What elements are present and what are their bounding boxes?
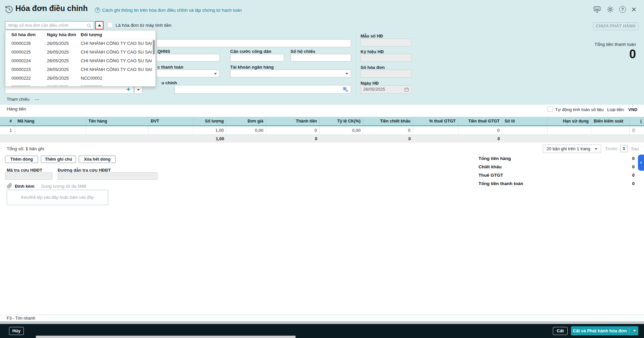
col-header-unit: ĐVT — [148, 117, 193, 125]
dropdown-row[interactable]: 00000224 26/05/2025 CHI NHÁNH CÔNG TY CA… — [5, 57, 155, 65]
col-header-unit-price: Đơn giá — [227, 117, 266, 125]
cell-discount-amount[interactable]: 0 — [363, 126, 413, 135]
cell-plate[interactable] — [591, 126, 630, 135]
cell-invoice-number: 00000222 — [11, 74, 31, 83]
cell-unit[interactable] — [148, 126, 193, 135]
translate-icon[interactable] — [343, 87, 348, 93]
help-link[interactable]: Cách ghi thông tin trên hóa đơn điều chỉ… — [102, 8, 242, 13]
dropdown-row[interactable]: 00000225 26/05/2025 CHI NHÁNH CÔNG TY CA… — [5, 48, 155, 57]
pos-invoice-checkbox[interactable] — [107, 22, 113, 28]
cell-lot[interactable] — [502, 126, 548, 135]
add-row-button[interactable]: Thêm dòng — [5, 156, 38, 163]
adjust-reason-label: u chỉnh — [162, 80, 177, 85]
cell-expiry[interactable] — [548, 126, 591, 135]
col-header-index: # — [7, 117, 15, 125]
help-icon[interactable]: ? — [619, 6, 626, 13]
bank-account-select[interactable] — [230, 70, 351, 77]
form-divider — [356, 32, 356, 97]
col-header-plate: Biển kiểm soát — [591, 117, 630, 125]
lookup-url-input — [58, 172, 157, 180]
cell-item-name[interactable] — [86, 126, 148, 135]
invoice-date-input: 26/05/2025 — [361, 85, 411, 94]
items-section-title: Hàng tiền — [7, 106, 26, 111]
feedback-keyboard-icon[interactable] — [593, 5, 601, 15]
save-and-publish-button[interactable]: Cất và Phát hành hóa đơn — [571, 326, 638, 335]
cell-invoice-date: 26/05/2025 — [47, 83, 69, 87]
caret-up-icon — [98, 24, 101, 26]
invoice-template-input — [361, 38, 411, 47]
gear-icon[interactable] — [606, 6, 614, 14]
calendar-icon[interactable] — [404, 87, 409, 93]
auto-calc-checkbox[interactable] — [548, 106, 553, 112]
next-page-button[interactable]: Sau — [631, 146, 639, 151]
dropdown-row[interactable]: 00000226 26/05/2025 CHI NHÁNH CÔNG TY CA… — [5, 39, 155, 48]
close-icon[interactable]: × — [631, 6, 636, 13]
status-badge: CHƯA PHÁT HÀNH — [593, 22, 638, 30]
cell-amount[interactable]: 0 — [266, 126, 320, 135]
add-note-button[interactable]: Thêm ghi chú — [41, 156, 76, 163]
save-button[interactable]: Cất — [553, 327, 568, 335]
side-panel-toggle[interactable]: ‹ — [638, 155, 644, 171]
summary-label: Thuế GTGT — [478, 173, 503, 178]
summary-value: 0 — [632, 156, 635, 161]
invoice-template-label: Mẫu số HĐ — [361, 33, 383, 38]
dropdown-row[interactable]: 00000222 26/05/2025 NCC00002 — [5, 74, 155, 83]
caret-down-icon[interactable] — [633, 330, 636, 332]
cancel-button[interactable]: Hủy — [9, 327, 24, 335]
footer-divider-strip — [0, 321, 644, 324]
cell-vat-rate[interactable] — [413, 126, 458, 135]
save-and-publish-label: Cất và Phát hành hóa đơn — [571, 326, 629, 335]
reference-more-link[interactable]: ... — [35, 96, 40, 101]
page-size-select[interactable]: 20 bản ghi trên 1 trang — [543, 145, 601, 153]
summary-label: Tổng tiền thanh toán — [478, 181, 523, 186]
col-header-discount-rate: Tỷ lệ CK(%) — [320, 117, 363, 125]
cell-invoice-date: 26/05/2025 — [47, 65, 69, 74]
current-page-box[interactable]: 1 — [620, 145, 628, 152]
summary-value: 0 — [632, 181, 635, 186]
items-table-row: 1 1,00 0,00 0 0,00 0 0 — [0, 126, 644, 135]
cell-party: CHI NHÁNH CÔNG TY CAO SU SAO ... — [81, 39, 152, 48]
cell-invoice-number: 00000225 — [11, 48, 31, 57]
dropdown-toggle-button[interactable] — [95, 21, 104, 29]
summary-value: 0 — [632, 164, 635, 169]
payment-method-select[interactable] — [156, 70, 220, 77]
history-icon — [5, 5, 13, 15]
currency-value: VND — [628, 107, 637, 112]
delete-all-rows-button[interactable]: Xóa hết dòng — [79, 156, 116, 163]
cell-party: CHI NHÁNH CÔNG TY CAO SU SAO ... — [81, 65, 152, 74]
invoice-search-input[interactable] — [5, 21, 94, 29]
col-header-actions — [630, 117, 638, 125]
dropdown-row-clipped[interactable]: 00000221 26/05/2025 NCC00002 — [5, 83, 155, 87]
cell-vat-amount[interactable]: 0 — [458, 126, 502, 135]
cell-invoice-number: 00000226 — [11, 39, 31, 48]
attach-label: Đính kèm — [15, 184, 35, 189]
cell-invoice-number: 00000223 — [11, 65, 31, 74]
page-title: Hóa đơn điều chỉnh — [15, 4, 88, 13]
cell-quantity[interactable]: 1,00 — [193, 126, 227, 135]
file-dropzone[interactable]: Kéo/thả tệp vào đây hoặc bấm vào đây — [7, 190, 108, 205]
qhns-input[interactable] — [156, 54, 220, 62]
sum-discount-amount: 0 — [363, 135, 413, 143]
prev-page-button[interactable]: Trước — [605, 146, 618, 151]
passport-input[interactable] — [291, 54, 351, 62]
col-header-lot: Số lô — [502, 117, 548, 125]
payment-method-label: c thanh toán — [157, 65, 183, 70]
adjust-reason-input[interactable] — [175, 85, 351, 94]
cell-invoice-date: 26/05/2025 — [47, 74, 69, 83]
paperclip-icon — [7, 183, 12, 190]
customer-name-input[interactable] — [156, 39, 351, 47]
cell-party: NCC00002 — [81, 83, 152, 87]
cell-unit-price[interactable]: 0,00 — [227, 126, 266, 135]
record-count-suffix: bản ghi — [29, 146, 44, 151]
currency-label: Loại tiền: — [607, 107, 625, 112]
cell-discount-rate[interactable]: 0,00 — [320, 126, 363, 135]
citizen-id-input[interactable] — [230, 54, 284, 62]
bank-account-label: Tài khoản ngân hàng — [230, 65, 274, 70]
dropdown-row[interactable]: 00000223 26/05/2025 CHI NHÁNH CÔNG TY CA… — [5, 65, 155, 74]
dropdown-scrollbar[interactable] — [153, 40, 155, 55]
cell-item-code[interactable] — [15, 126, 86, 135]
delete-row-icon[interactable] — [631, 128, 636, 134]
passport-label: Số hộ chiếu — [291, 49, 315, 54]
col-party: Đối tượng — [81, 32, 102, 37]
quick-find-bar: F3 - Tìm nhanh — [0, 315, 644, 321]
